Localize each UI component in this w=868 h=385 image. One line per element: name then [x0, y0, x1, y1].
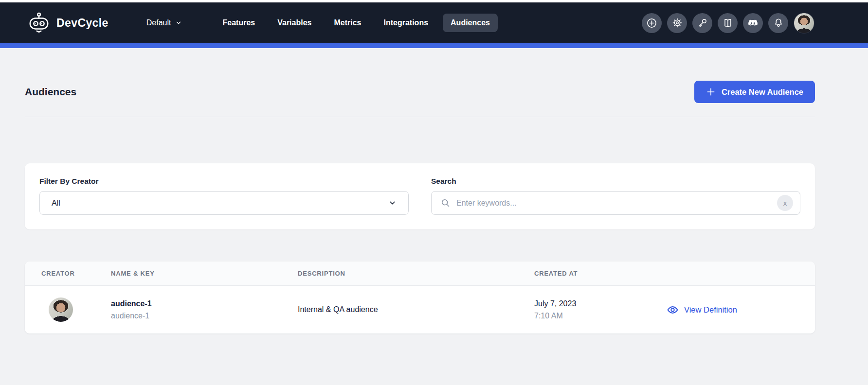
- audience-name: audience-1: [111, 298, 298, 310]
- page-header: Audiences Create New Audience: [25, 48, 815, 103]
- creator-filter-select[interactable]: All: [39, 191, 409, 215]
- search-box: x: [431, 191, 800, 215]
- eye-icon: [667, 304, 679, 316]
- settings-button[interactable]: [667, 13, 687, 33]
- name-key-cell: audience-1 audience-1: [111, 298, 298, 322]
- book-icon: [723, 18, 733, 28]
- nav-item-variables[interactable]: Variables: [270, 14, 319, 32]
- chevron-down-icon: [175, 19, 182, 26]
- column-header-created-at: Created At: [534, 270, 667, 277]
- project-dropdown[interactable]: Default: [146, 18, 182, 27]
- devcycle-robot-icon: [28, 12, 50, 34]
- search-input[interactable]: [456, 199, 777, 208]
- description-cell: Internal & QA audience: [298, 305, 534, 314]
- nav-item-integrations[interactable]: Integrations: [376, 14, 436, 32]
- creator-filter-value: All: [52, 199, 60, 208]
- created-date: July 7, 2023: [534, 298, 667, 310]
- nav-links: Features Variables Metrics Integrations …: [211, 14, 501, 32]
- search-icon: [440, 198, 451, 208]
- brand-wordmark: DevCycle: [56, 17, 108, 30]
- accent-bar: [0, 43, 868, 48]
- docs-button[interactable]: [718, 13, 738, 33]
- notifications-button[interactable]: [768, 13, 788, 33]
- created-at-cell: July 7, 2023 7:10 AM: [534, 298, 667, 322]
- header-divider: [25, 117, 815, 117]
- created-time: 7:10 AM: [534, 310, 667, 322]
- creator-avatar: [49, 298, 73, 322]
- navbar-actions: [642, 13, 814, 34]
- audience-key: audience-1: [111, 310, 298, 322]
- creator-cell: [25, 298, 111, 322]
- top-navbar: DevCycle Default Features Variables Metr…: [0, 2, 868, 43]
- creator-filter-label: Filter By Creator: [39, 177, 409, 186]
- create-new-audience-label: Create New Audience: [722, 88, 803, 97]
- column-header-creator: Creator: [25, 270, 111, 277]
- view-definition-link[interactable]: View Definition: [667, 304, 815, 316]
- actions-cell: View Definition: [667, 304, 815, 316]
- table-header-row: Creator Name & Key Description Created A…: [25, 262, 815, 286]
- project-dropdown-value: Default: [146, 18, 171, 27]
- filter-card: Filter By Creator All Search x: [25, 163, 815, 229]
- view-definition-label: View Definition: [684, 305, 737, 315]
- column-header-name-key: Name & Key: [111, 270, 298, 277]
- column-header-description: Description: [298, 270, 534, 277]
- discord-button[interactable]: [743, 13, 763, 33]
- bell-icon: [773, 18, 784, 28]
- create-new-button[interactable]: [642, 13, 662, 33]
- search-label: Search: [431, 177, 800, 186]
- gear-icon: [672, 18, 683, 28]
- creator-filter-group: Filter By Creator All: [39, 177, 409, 215]
- plus-circle-icon: [646, 18, 657, 29]
- chevron-down-icon: [388, 199, 397, 207]
- user-avatar[interactable]: [794, 13, 814, 34]
- nav-item-metrics[interactable]: Metrics: [326, 14, 369, 32]
- nav-item-features[interactable]: Features: [215, 14, 263, 32]
- table-row[interactable]: audience-1 audience-1 Internal & QA audi…: [25, 286, 815, 333]
- api-keys-button[interactable]: [692, 13, 712, 33]
- search-group: Search x: [431, 177, 800, 215]
- key-icon: [697, 18, 708, 28]
- plus-icon: [706, 87, 716, 97]
- page-title: Audiences: [25, 86, 76, 98]
- create-new-audience-button[interactable]: Create New Audience: [694, 81, 815, 103]
- page-content: Audiences Create New Audience Filter By …: [0, 48, 868, 385]
- nav-item-audiences[interactable]: Audiences: [443, 14, 498, 32]
- clear-search-button[interactable]: x: [777, 195, 793, 211]
- brand-logo-group[interactable]: DevCycle: [28, 12, 108, 34]
- discord-icon: [747, 18, 759, 29]
- audiences-table: Creator Name & Key Description Created A…: [25, 262, 815, 333]
